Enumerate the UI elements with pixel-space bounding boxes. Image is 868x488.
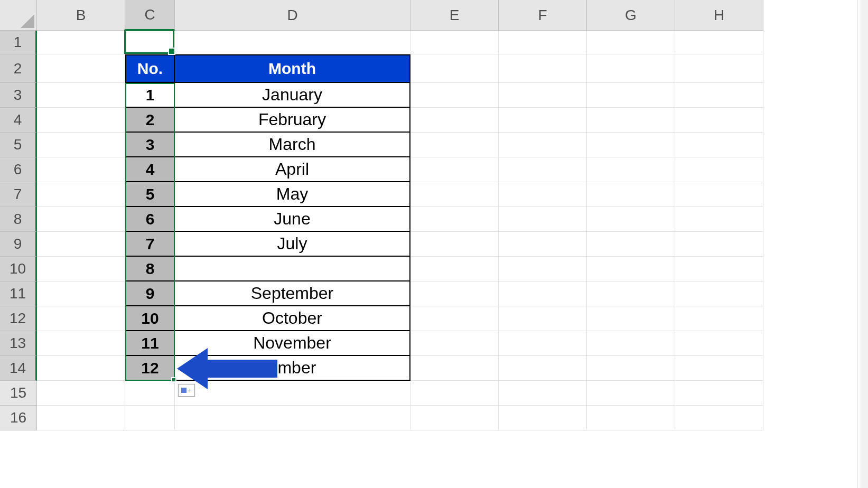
cell-D12[interactable]: October [175,306,410,331]
cell-C8[interactable]: 6 [125,207,175,232]
cell-D7[interactable]: May [175,182,410,207]
cell-H8[interactable] [675,207,763,232]
cell-D6[interactable]: April [175,157,410,182]
cell-B2[interactable] [37,54,125,83]
select-all-triangle[interactable] [0,0,37,31]
cell-G9[interactable] [587,232,675,257]
cell-H3[interactable] [675,83,763,108]
cell-D4[interactable]: February [175,108,410,133]
row-header-13[interactable]: 13 [0,331,37,356]
cell-B6[interactable] [37,157,125,182]
cell-F6[interactable] [499,157,587,182]
cell-B14[interactable] [37,356,125,381]
cell-B9[interactable] [37,232,125,257]
cell-D3[interactable]: January [175,83,410,108]
cell-F12[interactable] [499,306,587,331]
cell-C2[interactable]: No. [125,54,175,83]
cell-E10[interactable] [410,257,499,281]
row-header-9[interactable]: 9 [0,232,37,257]
cell-G2[interactable] [587,54,675,83]
cell-E11[interactable] [410,281,499,306]
cell-B4[interactable] [37,108,125,133]
cell-H7[interactable] [675,182,763,207]
cell-F2[interactable] [499,54,587,83]
row-header-10[interactable]: 10 [0,257,37,281]
cell-D15[interactable] [175,381,410,406]
cell-D11[interactable]: September [175,281,410,306]
row-header-7[interactable]: 7 [0,182,37,207]
cells-area[interactable]: No.Month1January2February3March4April5Ma… [37,31,763,430]
column-header-D[interactable]: D [175,0,410,31]
cell-B15[interactable] [37,381,125,406]
cell-E4[interactable] [410,108,499,133]
cell-G14[interactable] [587,356,675,381]
row-header-14[interactable]: 14 [0,356,37,381]
column-header-B[interactable]: B [37,0,125,31]
cell-C6[interactable]: 4 [125,157,175,182]
cell-H12[interactable] [675,306,763,331]
cell-C15[interactable] [125,381,175,406]
cell-B5[interactable] [37,133,125,157]
cell-H1[interactable] [675,31,763,54]
row-header-16[interactable]: 16 [0,406,37,430]
cell-E16[interactable] [410,406,499,430]
cell-D14[interactable]: ember [175,356,410,381]
cell-F14[interactable] [499,356,587,381]
cell-E2[interactable] [410,54,499,83]
cell-F7[interactable] [499,182,587,207]
row-header-2[interactable]: 2 [0,54,37,83]
cell-F5[interactable] [499,133,587,157]
cell-H13[interactable] [675,331,763,356]
column-header-E[interactable]: E [410,0,499,31]
cell-F10[interactable] [499,257,587,281]
cell-H4[interactable] [675,108,763,133]
cell-E14[interactable] [410,356,499,381]
cell-E5[interactable] [410,133,499,157]
cell-F13[interactable] [499,331,587,356]
column-header-H[interactable]: H [675,0,763,31]
cell-B12[interactable] [37,306,125,331]
cell-H9[interactable] [675,232,763,257]
cell-E6[interactable] [410,157,499,182]
column-header-C[interactable]: C [125,0,175,31]
cell-C4[interactable]: 2 [125,108,175,133]
cell-C3[interactable]: 1 [125,83,175,108]
cell-D9[interactable]: July [175,232,410,257]
cell-F4[interactable] [499,108,587,133]
cell-D16[interactable] [175,406,410,430]
cell-G4[interactable] [587,108,675,133]
cell-C5[interactable]: 3 [125,133,175,157]
cell-C11[interactable]: 9 [125,281,175,306]
cell-H16[interactable] [675,406,763,430]
cell-F11[interactable] [499,281,587,306]
cell-C10[interactable]: 8 [125,257,175,281]
row-header-1[interactable]: 1 [0,31,37,54]
cell-G15[interactable] [587,381,675,406]
cell-C16[interactable] [125,406,175,430]
cell-B11[interactable] [37,281,125,306]
row-header-11[interactable]: 11 [0,281,37,306]
cell-G5[interactable] [587,133,675,157]
cell-G13[interactable] [587,331,675,356]
cell-H10[interactable] [675,257,763,281]
cell-E13[interactable] [410,331,499,356]
cell-E9[interactable] [410,232,499,257]
row-header-15[interactable]: 15 [0,381,37,406]
cell-G16[interactable] [587,406,675,430]
cell-F8[interactable] [499,207,587,232]
row-header-5[interactable]: 5 [0,133,37,157]
row-header-8[interactable]: 8 [0,207,37,232]
cell-D8[interactable]: June [175,207,410,232]
cell-B10[interactable] [37,257,125,281]
cell-E1[interactable] [410,31,499,54]
cell-G11[interactable] [587,281,675,306]
cell-C1[interactable] [125,31,175,54]
cell-G10[interactable] [587,257,675,281]
row-header-12[interactable]: 12 [0,306,37,331]
row-header-3[interactable]: 3 [0,83,37,108]
cell-B16[interactable] [37,406,125,430]
column-header-F[interactable]: F [499,0,587,31]
column-header-G[interactable]: G [587,0,675,31]
cell-H6[interactable] [675,157,763,182]
cell-B13[interactable] [37,331,125,356]
